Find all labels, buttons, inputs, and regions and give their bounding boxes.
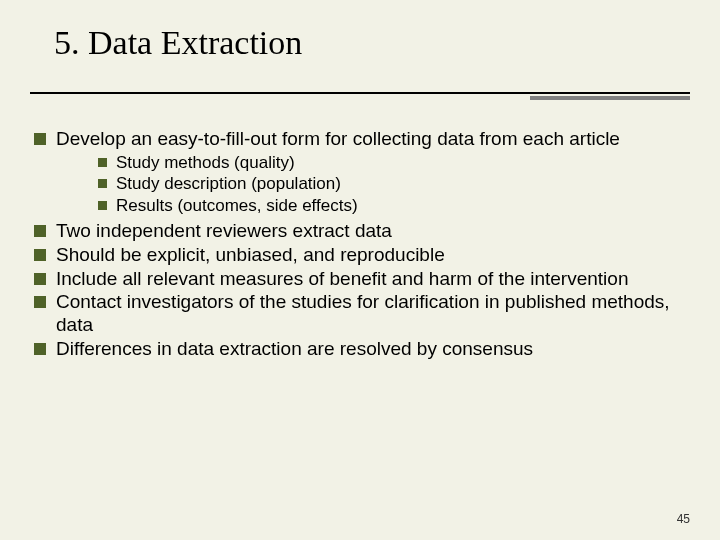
square-bullet-icon — [34, 225, 46, 237]
list-item-text: Two independent reviewers extract data — [56, 220, 690, 243]
list-item-text: Results (outcomes, side effects) — [116, 196, 690, 216]
list-item: Two independent reviewers extract data — [30, 220, 690, 243]
list-item: Contact investigators of the studies for… — [30, 291, 690, 337]
square-bullet-icon — [34, 249, 46, 261]
page-number: 45 — [677, 512, 690, 526]
list-item: Results (outcomes, side effects) — [98, 196, 690, 216]
list-item-text: Contact investigators of the studies for… — [56, 291, 690, 337]
list-item-text: Study description (population) — [116, 174, 690, 194]
list-item: Should be explicit, unbiased, and reprod… — [30, 244, 690, 267]
list-item-text: Study methods (quality) — [116, 153, 690, 173]
divider-shadow — [530, 96, 690, 100]
square-bullet-icon — [98, 201, 107, 210]
list-item-text: Develop an easy-to-fill-out form for col… — [56, 128, 690, 151]
list-item: Study methods (quality) — [98, 153, 690, 173]
list-item-text: Should be explicit, unbiased, and reprod… — [56, 244, 690, 267]
square-bullet-icon — [34, 273, 46, 285]
list-item: Study description (population) — [98, 174, 690, 194]
content-list: Develop an easy-to-fill-out form for col… — [30, 128, 690, 361]
list-item: Include all relevant measures of benefit… — [30, 268, 690, 291]
square-bullet-icon — [34, 343, 46, 355]
list-item: Develop an easy-to-fill-out form for col… — [30, 128, 690, 151]
slide-title: 5. Data Extraction — [30, 18, 690, 62]
square-bullet-icon — [34, 133, 46, 145]
square-bullet-icon — [98, 158, 107, 167]
sub-list: Study methods (quality) Study descriptio… — [98, 153, 690, 216]
square-bullet-icon — [98, 179, 107, 188]
list-item-text: Include all relevant measures of benefit… — [56, 268, 690, 291]
square-bullet-icon — [34, 296, 46, 308]
divider — [30, 92, 690, 100]
list-item: Differences in data extraction are resol… — [30, 338, 690, 361]
divider-line — [30, 92, 690, 94]
list-item-text: Differences in data extraction are resol… — [56, 338, 690, 361]
